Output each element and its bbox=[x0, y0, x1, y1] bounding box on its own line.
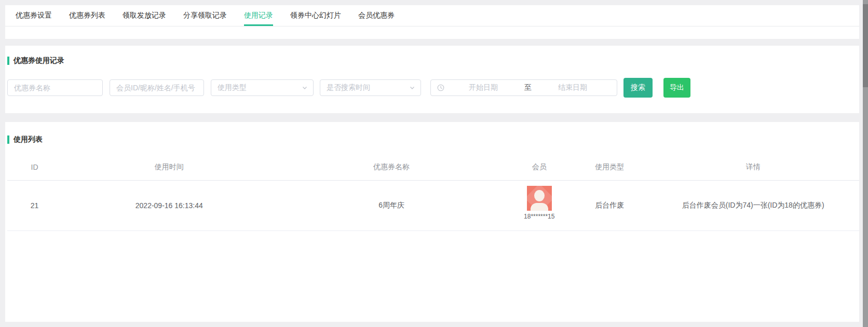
cell-member: 18*******15 bbox=[507, 181, 572, 230]
tab-coupon-center-slides[interactable]: 领券中心幻灯片 bbox=[290, 5, 341, 26]
tab-claim-issue-records[interactable]: 领取发放记录 bbox=[123, 5, 166, 26]
column-header-member: 会员 bbox=[507, 162, 572, 172]
column-header-id: ID bbox=[7, 163, 62, 171]
chevron-down-icon bbox=[409, 85, 415, 91]
usage-type-select[interactable]: 使用类型 bbox=[211, 79, 314, 96]
section-title-usage-records: 优惠券使用记录 bbox=[7, 56, 859, 65]
usage-list-card: 使用列表 ID 使用时间 优惠券名称 会员 使用类型 详情 21 2022-09… bbox=[5, 122, 859, 322]
date-range-separator: 至 bbox=[522, 83, 534, 92]
member-phone: 18*******15 bbox=[524, 213, 554, 220]
time-filter-select-placeholder: 是否搜索时间 bbox=[327, 83, 370, 92]
column-header-detail: 详情 bbox=[647, 162, 859, 172]
column-header-coupon-name: 优惠券名称 bbox=[277, 162, 507, 172]
avatar-person-icon bbox=[534, 190, 545, 201]
table-row: 21 2022-09-16 16:13:44 6周年庆 18*******15 … bbox=[7, 181, 859, 231]
cell-id: 21 bbox=[7, 201, 62, 210]
member-search-input[interactable] bbox=[110, 79, 204, 96]
tab-bar-card: 优惠券设置 优惠券列表 领取发放记录 分享领取记录 使用记录 领券中心幻灯片 会… bbox=[5, 5, 859, 39]
cell-usage-type: 后台作废 bbox=[572, 201, 647, 210]
tab-member-coupons[interactable]: 会员优惠券 bbox=[358, 5, 395, 26]
export-button[interactable]: 导出 bbox=[663, 78, 690, 98]
tab-coupon-settings[interactable]: 优惠券设置 bbox=[16, 5, 52, 26]
section-title-text: 使用列表 bbox=[13, 135, 43, 144]
search-button[interactable]: 搜索 bbox=[623, 78, 653, 98]
usage-type-select-placeholder: 使用类型 bbox=[218, 83, 247, 92]
vertical-scrollbar[interactable] bbox=[863, 0, 868, 327]
page: 优惠券设置 优惠券列表 领取发放记录 分享领取记录 使用记录 领券中心幻灯片 会… bbox=[0, 0, 868, 327]
tab-bar: 优惠券设置 优惠券列表 领取发放记录 分享领取记录 使用记录 领券中心幻灯片 会… bbox=[5, 5, 859, 26]
main-content: 优惠券设置 优惠券列表 领取发放记录 分享领取记录 使用记录 领券中心幻灯片 会… bbox=[5, 0, 859, 322]
member-avatar bbox=[527, 186, 552, 211]
tab-usage-records[interactable]: 使用记录 bbox=[244, 5, 273, 26]
tab-share-claim-records[interactable]: 分享领取记录 bbox=[183, 5, 227, 26]
section-accent-bar bbox=[7, 135, 9, 144]
coupon-name-input[interactable] bbox=[7, 79, 103, 96]
cell-detail: 后台作废会员(ID为74)一张(ID为18的优惠券) bbox=[647, 201, 859, 210]
clock-icon bbox=[437, 84, 444, 91]
date-range-picker[interactable]: 开始日期 至 结束日期 bbox=[430, 79, 617, 96]
section-title-text: 优惠券使用记录 bbox=[13, 56, 64, 65]
filter-row: 使用类型 是否搜索时间 bbox=[7, 78, 859, 98]
section-title-usage-list: 使用列表 bbox=[7, 135, 859, 144]
tab-coupon-list[interactable]: 优惠券列表 bbox=[69, 5, 105, 26]
chevron-down-icon bbox=[302, 85, 308, 91]
column-header-usage-type: 使用类型 bbox=[572, 162, 647, 172]
cell-coupon-name: 6周年庆 bbox=[277, 201, 507, 210]
section-accent-bar bbox=[7, 57, 9, 65]
scrollbar-thumb[interactable] bbox=[863, 4, 868, 87]
date-end-placeholder: 结束日期 bbox=[534, 83, 612, 92]
column-header-used-at: 使用时间 bbox=[62, 162, 277, 172]
date-start-placeholder: 开始日期 bbox=[444, 83, 522, 92]
table-header-row: ID 使用时间 优惠券名称 会员 使用类型 详情 bbox=[7, 154, 859, 181]
time-filter-select[interactable]: 是否搜索时间 bbox=[320, 79, 421, 96]
filter-card: 优惠券使用记录 使用类型 是否搜索时间 bbox=[5, 46, 859, 113]
cell-used-at: 2022-09-16 16:13:44 bbox=[62, 201, 277, 210]
